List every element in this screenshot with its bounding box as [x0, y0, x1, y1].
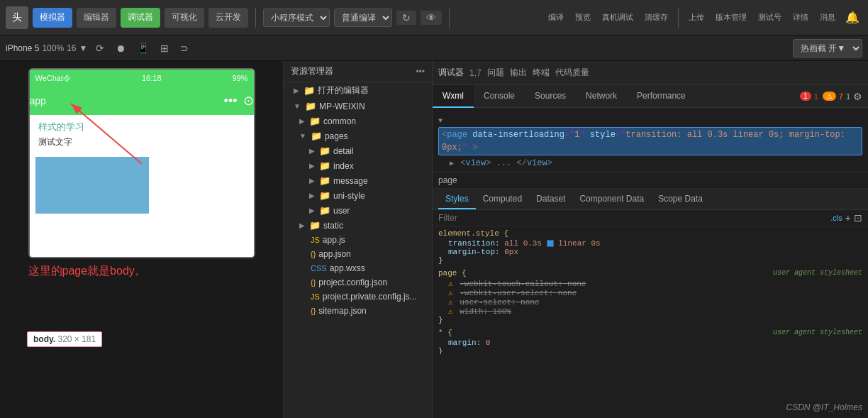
watermark: CSDN @IT_Holmes — [786, 402, 862, 412]
settings-icon[interactable]: ⊙ — [243, 93, 254, 109]
tree-item-user[interactable]: ▶ 📁 user — [284, 203, 432, 218]
cls-button[interactable]: .cls — [830, 214, 842, 222]
styles-tab-computed[interactable]: Computed — [476, 189, 529, 209]
file-panel-more[interactable]: ••• — [416, 67, 425, 77]
preview-btn[interactable]: 预览 — [571, 9, 595, 26]
wxss-icon-appwxss: CSS — [311, 264, 327, 273]
screenshot-select[interactable]: 热画截 开▼ — [793, 39, 862, 57]
tree-item-editor[interactable]: ▶ 📁 打开的编辑器 — [284, 82, 432, 99]
styles-tab-dataset[interactable]: Dataset — [529, 189, 572, 209]
tab-spacer — [696, 85, 793, 107]
phone-app-header: app ••• ⊙ — [30, 87, 254, 115]
tree-label-appjs: app.js — [323, 235, 345, 245]
settings-icon-btn[interactable]: ⚙ — [853, 91, 862, 102]
info-count: 1 — [846, 92, 850, 101]
toolbar-output[interactable]: 输出 — [510, 67, 527, 79]
warning-badge: ⚠ — [823, 92, 836, 101]
separator3 — [678, 8, 679, 28]
warning-count: 7 — [839, 92, 843, 101]
tree-item-static[interactable]: ▶ 📁 static — [284, 218, 432, 233]
ua-label-page: user agent stylesheet — [773, 269, 862, 279]
clean-btn[interactable]: 清缓存 — [640, 9, 672, 26]
refresh-button[interactable]: ↻ — [396, 11, 416, 25]
tab-sources[interactable]: Sources — [525, 85, 576, 108]
view-arrow[interactable]: ▶ — [450, 160, 454, 167]
rotate-icon[interactable]: ⟳ — [93, 41, 107, 55]
styles-content: element.style { transition: all 0.3s lin… — [433, 226, 868, 354]
real-debug-btn[interactable]: 真机调试 — [598, 9, 638, 26]
folder-icon-index: 📁 — [319, 160, 330, 171]
styles-tab-component[interactable]: Component Data — [572, 189, 651, 209]
phone-icon[interactable]: 📱 — [134, 41, 152, 55]
status-time: 16:18 — [142, 74, 162, 82]
carrier-label: WeChat令 — [35, 73, 72, 84]
tree-item-mpweixin[interactable]: ▼ 📁 MP-WEIXIN — [284, 99, 432, 114]
tree-item-message[interactable]: ▶ 📁 message — [284, 173, 432, 188]
mode-select[interactable]: 小程序模式 — [263, 9, 330, 27]
toolbar-terminal[interactable]: 终端 — [533, 67, 550, 79]
tree-item-sitemapjson[interactable]: {} sitemap.json — [284, 304, 432, 318]
tree-item-appjs[interactable]: JS app.js — [284, 233, 432, 247]
tab-console[interactable]: Console — [474, 85, 525, 108]
blue-block — [35, 157, 149, 214]
tree-item-pages[interactable]: ▼ 📁 pages — [284, 128, 432, 143]
tab-performance[interactable]: Performance — [627, 85, 696, 108]
tree-item-index[interactable]: ▶ 📁 index — [284, 158, 432, 173]
js-icon-appjs: JS — [311, 236, 320, 244]
grid-icon[interactable]: ⊞ — [157, 41, 172, 55]
code-line-2[interactable]: ▶ <view> ... </view> — [438, 156, 862, 170]
message-btn[interactable]: 消息 — [816, 9, 840, 26]
style-prop-margin-star: margin: 0 — [438, 339, 862, 347]
tree-label-unistyle: uni-style — [333, 191, 365, 201]
tree-item-projectprivate[interactable]: JS project.private.config.js... — [284, 290, 432, 304]
tab-wxml[interactable]: Wxml — [433, 85, 474, 108]
folder-icon-message: 📁 — [319, 175, 330, 186]
toolbar-quality[interactable]: 代码质量 — [555, 67, 589, 79]
file-panel-title: 资源管理器 — [291, 65, 333, 77]
style-brace-close-3: } — [438, 347, 862, 354]
tree-item-appjson[interactable]: {} app.json — [284, 247, 432, 261]
force-style-btn[interactable]: ⊡ — [854, 212, 862, 224]
tree-item-appwxss[interactable]: CSS app.wxss — [284, 261, 432, 275]
record-icon[interactable]: ⏺ — [113, 41, 128, 55]
style-prop-webkit-touch: ⚠ -webkit-touch-callout: none — [438, 279, 862, 288]
bottom-text: 这里的page就是body。 — [28, 264, 255, 279]
test-text: 测试文字 — [33, 136, 251, 148]
tree-item-detail[interactable]: ▶ 📁 detail — [284, 143, 432, 158]
js-icon-projectprivate: JS — [311, 292, 320, 301]
tree-item-unistyle[interactable]: ▶ 📁 uni-style — [284, 188, 432, 203]
visual-button[interactable]: 可视化 — [165, 8, 204, 28]
code-line-1[interactable]: ▼ <page data-insertloading="1" style="tr… — [438, 114, 862, 156]
toolbar-problem[interactable]: 问题 — [487, 67, 504, 79]
separator-dot: ▼ — [79, 43, 87, 53]
tree-arrow-detail: ▶ — [309, 147, 315, 155]
detail-btn[interactable]: 详情 — [789, 9, 813, 26]
error-badge: 1 — [800, 92, 811, 101]
devtools-panel: 调试器 1,7 问题 输出 终端 代码质量 Wxml Console Sourc… — [433, 61, 868, 418]
version-btn[interactable]: 版本管理 — [711, 9, 751, 26]
editor-button[interactable]: 编辑器 — [77, 8, 116, 28]
wifi-icon[interactable]: ⊃ — [177, 41, 191, 55]
eye-button[interactable]: 👁 — [421, 11, 442, 25]
compile-select[interactable]: 普通编译 — [334, 9, 392, 27]
debug-button[interactable]: 调试器 — [121, 8, 160, 28]
json-icon-sitemapjson: {} — [311, 307, 316, 315]
tab-network[interactable]: Network — [576, 85, 627, 108]
test-btn[interactable]: 测试号 — [754, 9, 786, 26]
styles-filter-input[interactable] — [438, 213, 830, 223]
tree-label-projectprivate: project.private.config.js... — [323, 292, 417, 302]
tree-item-projectjson[interactable]: {} project.config.json — [284, 275, 432, 290]
styles-tab-styles[interactable]: Styles — [438, 189, 476, 209]
cloud-button[interactable]: 云开发 — [208, 8, 248, 28]
bell-icon[interactable]: 🔔 — [842, 9, 862, 26]
body-size: 320 × 181 — [57, 334, 96, 344]
upload-btn[interactable]: 上传 — [684, 9, 708, 26]
simulate-button[interactable]: 模拟器 — [33, 8, 72, 28]
tree-item-common[interactable]: ▶ 📁 common — [284, 114, 432, 128]
add-style-btn[interactable]: + — [845, 212, 851, 224]
styles-tab-scope[interactable]: Scope Data — [651, 189, 710, 209]
folder-icon-pages: 📁 — [311, 131, 322, 141]
compile-btn[interactable]: 编译 — [544, 9, 568, 26]
collapse-arrow[interactable]: ▼ — [438, 117, 443, 125]
more-icon[interactable]: ••• — [224, 94, 238, 109]
